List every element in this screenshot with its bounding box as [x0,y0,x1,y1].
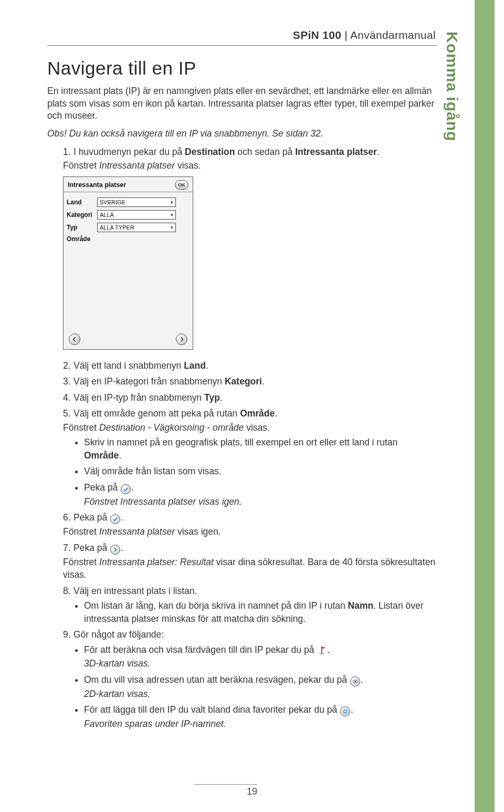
forward-arrow-icon[interactable] [176,334,187,345]
doc-type: Användarmanual [350,29,436,41]
note-prefix: Obs! [47,128,67,139]
ok-button[interactable]: OK [175,180,188,190]
header-rule [47,45,437,46]
step-8: 8.Välj en intressant plats i listan. Om … [63,585,436,626]
step-1: 1.I huvudmenyn pekar du på Destination o… [63,145,436,172]
footer-rule [194,784,257,785]
step-8-bullet-1: Om listan är lång, kan du börja skriva i… [84,599,436,625]
section-tab: Komma igång [443,32,461,141]
document-header: SPiN 100 | Användarmanual [293,29,436,41]
eye-icon[interactable] [350,676,360,686]
row-kategori: Kategori ALLA▾ [67,210,190,220]
step-5-bullet-3: Peka på . Fönstret Intressanta platser v… [84,481,436,508]
label-land: Land [67,199,97,206]
page-title: Navigera till en IP [47,58,436,79]
label-omrade: Område [67,235,97,243]
step-5-bullet-2: Välj område från listan som visas. [84,465,436,478]
device-title: Intressanta platser [68,181,126,189]
intro-paragraph: En intressant plats (IP) är en namngiven… [47,85,436,122]
step-5: 5.Välj ett område genom att peka på ruta… [63,407,436,508]
svg-point-1 [319,653,324,654]
dropdown-kategori[interactable]: ALLA▾ [97,210,176,220]
flag-3d-icon[interactable] [317,645,327,654]
check-icon[interactable] [121,484,131,494]
row-land: Land SVERIGE▾ [67,197,190,207]
back-arrow-icon[interactable] [69,334,80,345]
step-6: 6.Peka på . Fönstret Intressanta platser… [63,511,436,538]
page-number: 19 [247,786,257,797]
step-9: 9.Gör något av följande: För att beräkna… [63,628,436,731]
step-9-bullet-3: För att lägga till den IP du valt bland … [84,703,436,731]
device-screenshot: Intressanta platser OK Land SVERIGE▾ Kat… [63,176,193,350]
step-9-bullet-1: För att beräkna och visa färdvägen till … [84,643,436,670]
dropdown-typ[interactable]: ALLA TYPER▾ [97,223,176,232]
right-color-bar [475,0,495,812]
label-typ: Typ [67,224,97,231]
step-9-bullet-2: Om du vill visa adressen utan att beräkn… [84,673,436,701]
svg-rect-0 [321,646,322,653]
forward-arrow-icon[interactable] [110,545,120,555]
check-icon[interactable] [110,514,120,524]
step-3: 3.Välj en IP-kategori från snabbmenyn Ka… [63,375,436,388]
product-name: SPiN 100 [293,29,341,41]
step-2: 2.Välj ett land i snabbmenyn Land. [63,359,436,372]
row-typ: Typ ALLA TYPER▾ [67,223,190,232]
step-7: 7.Peka på . Fönstret Intressanta platser… [63,542,436,581]
note-paragraph: Obs! Du kan också navigera till en IP vi… [47,128,436,140]
step-4: 4.Välj en IP-typ från snabbmenyn Typ. [63,391,436,404]
note-body: Du kan också navigera till en IP via sna… [67,128,323,139]
svg-point-3 [354,681,356,682]
label-kategori: Kategori [67,211,97,218]
add-favorite-icon[interactable] [340,706,350,716]
step-5-bullet-1: Skriv in namnet på en geografisk plats, … [84,436,436,462]
dropdown-land[interactable]: SVERIGE▾ [97,197,176,207]
row-omrade: Område [67,235,190,243]
